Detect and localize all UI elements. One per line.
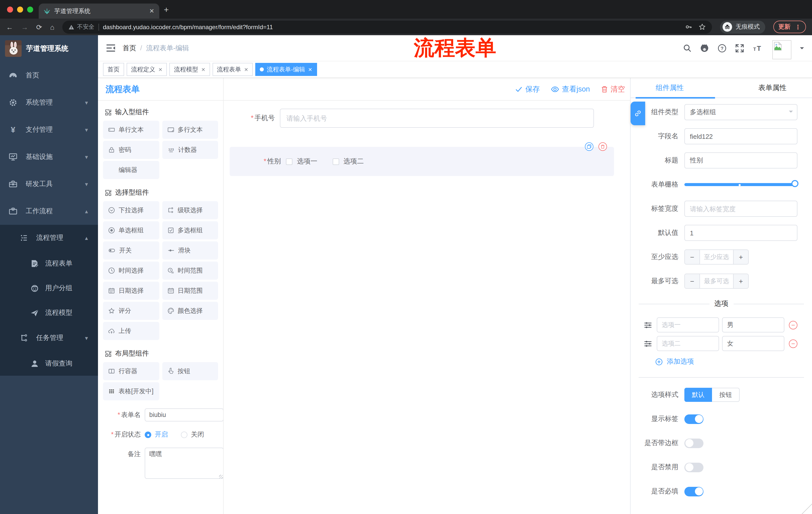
tab-close-icon[interactable]: ✕ — [149, 7, 154, 15]
chip-multi-text[interactable]: 多行文本 — [162, 121, 218, 139]
chip-table[interactable]: 表格[开发中] — [103, 382, 159, 400]
sidebar-logo[interactable]: 芋道管理系统 — [0, 35, 98, 62]
disabled-toggle[interactable] — [685, 462, 703, 472]
breadcrumb-home[interactable]: 首页 — [123, 44, 136, 53]
chip-checkbox-group[interactable]: 多选框组 — [162, 221, 218, 239]
tag-process-definition[interactable]: 流程定义✕ — [127, 63, 167, 76]
drag-handle-icon[interactable] — [644, 321, 652, 329]
chip-row-container[interactable]: 行容器 — [103, 362, 159, 380]
style-button-button[interactable]: 按钮 — [712, 388, 740, 402]
slider-handle[interactable] — [791, 180, 799, 187]
new-tab-button[interactable]: + — [164, 5, 169, 15]
checkbox-option-2[interactable]: 选项二 — [332, 157, 364, 166]
chip-switch[interactable]: 开关 — [103, 241, 159, 260]
sidebar-item-leave-query[interactable]: 请假查询 — [0, 351, 98, 376]
remove-option-button[interactable]: − — [789, 321, 798, 329]
avatar[interactable] — [772, 40, 791, 59]
chip-single-text[interactable]: 单行文本 — [103, 121, 159, 139]
security-warning[interactable]: 不安全 — [68, 23, 94, 31]
forward-icon[interactable]: → — [21, 23, 28, 30]
show-label-toggle[interactable] — [685, 414, 703, 424]
default-value-input[interactable] — [685, 225, 798, 241]
browser-menu-icon[interactable]: ⋮ — [795, 23, 801, 30]
clear-button[interactable]: 清空 — [601, 84, 625, 94]
option-label-input[interactable] — [657, 317, 719, 332]
remove-option-button[interactable]: − — [789, 339, 798, 348]
chip-time-picker[interactable]: 时间选择 — [103, 262, 159, 280]
home-icon[interactable]: ⌂ — [50, 23, 54, 30]
title-input[interactable] — [685, 153, 798, 168]
back-icon[interactable]: ← — [6, 23, 13, 30]
key-icon[interactable] — [685, 23, 692, 31]
grid-slider[interactable] — [685, 177, 798, 193]
tag-process-form[interactable]: 流程表单✕ — [212, 63, 253, 76]
close-icon[interactable]: ✕ — [308, 66, 312, 72]
style-default-button[interactable]: 默认 — [685, 388, 712, 402]
sidebar-item-process-model[interactable]: 流程模型 — [0, 300, 98, 325]
chip-select[interactable]: 下拉选择 — [103, 201, 159, 219]
window-controls[interactable] — [7, 6, 33, 12]
sidebar-item-workflow[interactable]: 工作流程 ▲ — [0, 198, 98, 225]
font-size-icon[interactable]: TT — [753, 44, 764, 53]
tag-process-model[interactable]: 流程模型✕ — [170, 63, 210, 76]
component-type-select[interactable] — [685, 104, 798, 120]
sidebar-item-infra[interactable]: 基础设施 ▼ — [0, 143, 98, 170]
chip-date-picker[interactable]: 日期选择 — [103, 282, 159, 300]
border-toggle[interactable] — [685, 438, 703, 448]
browser-tab[interactable]: 芋道管理系统 ✕ — [39, 3, 159, 19]
save-button[interactable]: 保存 — [515, 84, 540, 94]
checkbox-option-1[interactable]: 选项一 — [286, 157, 317, 166]
sidebar-item-task-manage[interactable]: 任务管理 ▼ — [0, 325, 98, 351]
tab-form-props[interactable]: 表单属性 — [733, 78, 812, 98]
form-remark-textarea[interactable]: 嘿嘿 — [145, 448, 223, 479]
chip-password[interactable]: 密码 — [103, 141, 159, 159]
sidebar-item-user-group[interactable]: 用户分组 — [0, 276, 98, 300]
close-icon[interactable]: ✕ — [158, 66, 163, 72]
chip-slider[interactable]: 滑块 — [162, 241, 218, 260]
sidebar-item-system[interactable]: 系统管理 ▼ — [0, 89, 98, 116]
sidebar-item-devtools[interactable]: 研发工具 ▼ — [0, 170, 98, 198]
option-label-input[interactable] — [657, 336, 719, 351]
tag-process-form-edit[interactable]: 流程表单-编辑✕ — [255, 63, 317, 76]
chip-editor[interactable]: 编辑器 — [103, 161, 159, 179]
chip-rate[interactable]: 评分 — [103, 302, 159, 320]
hamburger-icon[interactable] — [106, 44, 116, 52]
gender-field-selected[interactable]: *性别 选项一 选项二 — [230, 147, 614, 176]
tag-home[interactable]: 首页 — [103, 63, 124, 76]
increase-button[interactable]: + — [733, 250, 748, 264]
decrease-button[interactable]: − — [685, 250, 700, 264]
bookmark-star-icon[interactable] — [698, 23, 706, 31]
copy-component-button[interactable] — [585, 142, 593, 151]
label-width-input[interactable] — [685, 201, 798, 217]
phone-input[interactable] — [280, 109, 594, 128]
link-handle[interactable] — [631, 102, 645, 125]
drag-handle-icon[interactable] — [644, 340, 652, 347]
option-value-input[interactable] — [722, 317, 784, 332]
increase-button[interactable]: + — [733, 274, 748, 288]
close-icon[interactable]: ✕ — [201, 66, 205, 72]
tab-component-props[interactable]: 组件属性 — [631, 78, 709, 98]
chip-color-picker[interactable]: 颜色选择 — [162, 302, 218, 320]
chip-counter[interactable]: 123计数器 — [162, 141, 218, 159]
help-icon[interactable]: ? — [718, 44, 727, 53]
fullscreen-icon[interactable] — [735, 44, 744, 53]
chip-cascader[interactable]: 级联选择 — [162, 201, 218, 219]
status-radio-on[interactable]: 开启 — [145, 430, 168, 439]
sidebar-item-home[interactable]: 首页 — [0, 62, 98, 89]
field-name-input[interactable] — [685, 128, 798, 144]
search-icon[interactable] — [683, 44, 691, 52]
view-json-button[interactable]: 查看json — [551, 84, 590, 94]
close-window-button[interactable] — [7, 6, 13, 12]
address-bar[interactable]: 不安全 dashboard.yudao.iocoder.cn/bpm/manag… — [62, 20, 712, 33]
update-button[interactable]: 更新 ⋮ — [773, 21, 806, 33]
add-option-button[interactable]: 添加选项 — [655, 357, 812, 366]
minimize-window-button[interactable] — [17, 6, 23, 12]
chip-date-range[interactable]: 日期范围 — [162, 282, 218, 300]
chip-time-range[interactable]: 时间范围 — [162, 262, 218, 280]
chip-button[interactable]: 按钮 — [162, 362, 218, 380]
github-icon[interactable] — [700, 44, 709, 53]
decrease-button[interactable]: − — [685, 274, 700, 288]
sidebar-item-payment[interactable]: ¥ 支付管理 ▼ — [0, 116, 98, 143]
option-value-input[interactable] — [722, 336, 784, 351]
min-select-input[interactable] — [700, 250, 733, 264]
